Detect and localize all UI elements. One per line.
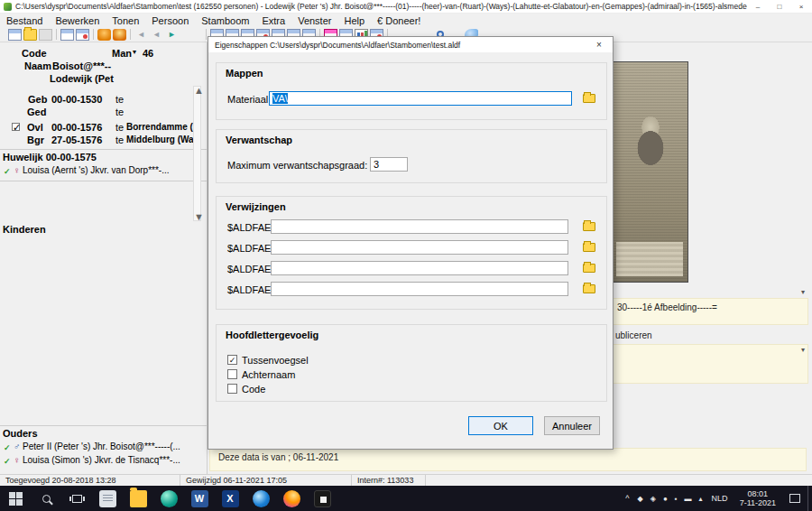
taskbar-app-x[interactable]: X (215, 486, 245, 511)
portrait-image[interactable] (611, 61, 688, 283)
achternaam-checkbox[interactable] (227, 369, 237, 379)
menu-extra[interactable]: Extra (255, 15, 291, 26)
menu-help[interactable]: Help (337, 15, 371, 26)
ovl-date[interactable]: 00-00-1576 (51, 122, 102, 133)
publiceren-label[interactable]: ubliceren (615, 330, 652, 340)
start-button[interactable] (0, 486, 31, 511)
taskbar-app-dark[interactable] (307, 486, 337, 511)
menu-tonen[interactable]: Tonen (106, 15, 145, 26)
task-view-button[interactable] (61, 486, 92, 511)
kinderen-header: Kinderen (3, 224, 46, 235)
taskbar-app-word[interactable]: W (184, 486, 215, 511)
hidden-icons-chevron[interactable]: ^ (621, 494, 633, 503)
eigenschappen-dialog: Eigenschappen C:\Users\dyspr\Documents\A… (208, 36, 614, 450)
toolbar-open-icon[interactable] (23, 29, 37, 41)
mappen-header: Mappen (226, 68, 263, 79)
taskbar-app-edge[interactable] (245, 486, 276, 511)
scroll-up-icon[interactable]: ▲ (194, 87, 200, 94)
verwantschapsgraad-label: Maximum verwantschapsgraad: (227, 160, 367, 171)
tray-defender-icon[interactable]: ● (660, 495, 671, 503)
action-center-icon[interactable] (789, 494, 800, 503)
bgr-date[interactable]: 27-05-1576 (51, 135, 102, 145)
geb-date[interactable]: 00-00-1530 (51, 94, 102, 105)
taskbar-app-explorer[interactable] (123, 486, 153, 511)
titlebar: C:\Users\dyspr\Documents\Aldfaer\Stambom… (0, 0, 812, 14)
person-panel-scrollbar[interactable]: ▲ ▼ (193, 86, 201, 221)
taskbar-app-mail[interactable] (92, 486, 123, 511)
verwantschap-header: Verwantschap (226, 135, 292, 145)
language-indicator[interactable]: NLD (706, 494, 734, 503)
clock[interactable]: 08:01 7-11-2021 (734, 489, 782, 508)
status-added: Toegevoegd 20-08-2018 13:28 (0, 475, 180, 486)
aldfaer3-input[interactable] (271, 261, 568, 275)
tray-onedrive-icon[interactable]: ◈ (647, 495, 660, 503)
menu-doneer[interactable]: € Doneer! (371, 15, 427, 26)
materiaal-label: Materiaal (227, 94, 268, 105)
toolbar-persons-icon[interactable] (60, 29, 74, 41)
section-collapse-icon[interactable]: ▾ (801, 288, 805, 296)
taskbar-search-button[interactable] (31, 486, 61, 511)
toolbar-forward-icon[interactable]: ► (165, 29, 179, 41)
windows-logo-icon (9, 492, 23, 506)
toolbar-previous-icon[interactable]: ◄ (150, 29, 163, 41)
gender-value[interactable]: Man (112, 48, 132, 59)
bgr-place[interactable]: Middelburg (Wa (126, 135, 194, 144)
father-check-icon: ✓ (4, 443, 11, 452)
taskbar-app-firefox[interactable] (276, 486, 307, 511)
aldfaer1-browse-folder-icon[interactable] (583, 222, 595, 231)
menu-venster[interactable]: Venster (291, 15, 337, 26)
verwantschapsgraad-input[interactable] (370, 157, 408, 172)
menu-bewerken[interactable]: Bewerken (49, 15, 106, 26)
menu-bestand[interactable]: Bestand (0, 15, 49, 26)
tussenvoegsel-label: Tussenvoegsel (242, 355, 309, 366)
father-link[interactable]: Peter II (Peter 's) Jhr. Boisot@***-----… (23, 441, 180, 451)
toolbar-separator (93, 29, 94, 40)
maximize-button[interactable]: □ (769, 0, 790, 14)
dialog-close-button[interactable]: × (586, 37, 613, 53)
annuleer-button[interactable]: Annuleer (544, 416, 600, 435)
tray-network-icon[interactable]: ▬ (681, 495, 696, 503)
materiaal-input[interactable]: VA\ (269, 91, 572, 106)
menu-stamboom[interactable]: Stamboom (195, 15, 255, 26)
aldfaer4-browse-folder-icon[interactable] (583, 284, 595, 293)
window-title: C:\Users\dyspr\Documents\Aldfaer\Stambom… (15, 2, 747, 11)
spouse-link[interactable]: Louisa (Aernt 's) Jkvr. van Dorp***-... (23, 165, 170, 175)
aldfaer2-browse-folder-icon[interactable] (583, 243, 595, 252)
close-button[interactable]: × (790, 0, 812, 14)
ovl-place[interactable]: Borrendamme (S (126, 122, 199, 132)
tray-battery-icon[interactable]: ▴ (696, 495, 706, 503)
toolbar-groups-icon[interactable] (76, 29, 89, 41)
aldfaer4-input[interactable] (271, 282, 568, 296)
tussenvoegsel-checkbox[interactable]: ✓ (227, 355, 237, 365)
toolbar-save-icon[interactable] (39, 29, 52, 41)
tray-bluetooth-icon[interactable]: ◆ (634, 495, 647, 503)
mail-app-icon (99, 490, 116, 507)
surname-value[interactable]: Boisot@***-- (52, 60, 111, 71)
section-collapse-icon[interactable]: ▾ (801, 346, 805, 354)
aldfaer1-input[interactable] (271, 219, 568, 234)
gender-dropdown-icon[interactable]: ▾ (133, 48, 136, 56)
minimize-button[interactable]: – (747, 0, 769, 14)
taskbar-app-opera[interactable] (153, 486, 184, 511)
firstname-value[interactable]: Lodewijk (Pet (50, 73, 114, 84)
afbeelding-text: 30-----1é Afbeelding-----= (617, 302, 717, 312)
toolbar-back-icon[interactable]: ◄ (134, 29, 148, 41)
toolbar-bell-icon[interactable] (97, 29, 111, 41)
materiaal-browse-folder-icon[interactable] (583, 94, 595, 103)
tray-volume-icon[interactable]: ▪ (671, 495, 681, 503)
ok-button[interactable]: OK (468, 416, 533, 435)
mother-link[interactable]: Louisa (Simon 's) Jkvr. de Tisnacq***-..… (23, 455, 180, 465)
scroll-down-icon[interactable]: ▼ (194, 213, 200, 220)
ovl-checkbox[interactable]: ✓ (12, 123, 20, 131)
person-panel: Code Man ▾ 46 Naam Boisot@***-- Lodewijk… (0, 42, 208, 474)
toolbar-alarm-icon[interactable] (113, 29, 126, 41)
statusbar: Toegevoegd 20-08-2018 13:28 Gewijzigd 06… (0, 474, 812, 486)
toolbar-report-icon[interactable] (8, 29, 22, 41)
bgr-label: Bgr (27, 135, 44, 145)
show-desktop-button[interactable] (807, 486, 812, 511)
aldfaer3-browse-folder-icon[interactable] (583, 264, 595, 273)
code-checkbox[interactable] (227, 384, 237, 394)
achternaam-label: Achternaam (242, 369, 295, 380)
menu-persoon[interactable]: Persoon (145, 15, 195, 26)
aldfaer2-input[interactable] (271, 240, 568, 255)
